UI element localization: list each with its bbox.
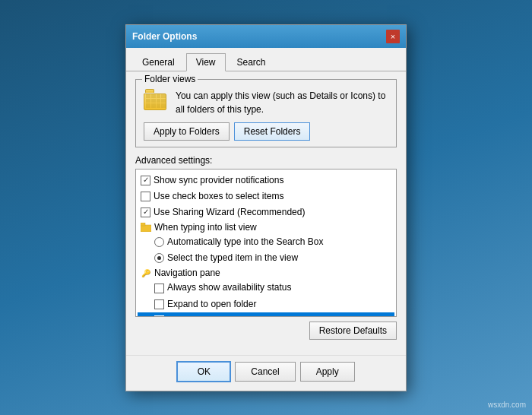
reset-folders-button[interactable]: Reset Folders (234, 122, 311, 141)
setting-item-1[interactable]: Use check boxes to select items (138, 188, 394, 204)
folder-views-label: Folder views (142, 74, 198, 84)
checkbox-9[interactable] (154, 315, 164, 317)
dialog-title: Folder Options (132, 31, 197, 42)
restore-defaults-row: Restore Defaults (135, 322, 397, 340)
setting-label-1: Use check boxes to select items (154, 189, 283, 204)
setting-item-9[interactable]: Show all folders (138, 312, 394, 317)
tab-view[interactable]: View (186, 53, 226, 71)
key-icon: 🔑 (141, 268, 151, 278)
dialog-footer: OK Cancel Apply (126, 355, 406, 391)
radio-4[interactable] (154, 237, 164, 247)
folder-options-dialog: Folder Options × General View Search Fol… (125, 24, 407, 391)
setting-label-2: Use Sharing Wizard (Recommended) (154, 205, 305, 220)
advanced-settings-label: Advanced settings: (135, 155, 397, 166)
apply-to-folders-button[interactable]: Apply to Folders (144, 122, 230, 141)
setting-label-8: Expand to open folder (167, 297, 256, 312)
setting-label-4: Automatically type into the Search Box (167, 235, 323, 249)
tab-bar: General View Search (126, 48, 406, 71)
setting-label-5: Select the typed item in the view (167, 251, 298, 265)
setting-item-8[interactable]: Expand to open folder (138, 296, 394, 312)
setting-label-0: Show sync provider notifications (154, 173, 283, 188)
folder-views-buttons: Apply to Folders Reset Folders (144, 122, 388, 141)
watermark: wsxdn.com (488, 401, 526, 409)
setting-label-9: Show all folders (167, 313, 232, 317)
setting-item-4[interactable]: Automatically type into the Search Box (138, 234, 394, 250)
cancel-button[interactable]: Cancel (235, 362, 295, 382)
checkbox-8[interactable] (154, 299, 164, 309)
dialog-body: Folder views You can apply t (126, 71, 406, 355)
checkbox-7[interactable] (154, 284, 164, 293)
svg-rect-1 (141, 223, 145, 226)
titlebar: Folder Options × (126, 25, 406, 48)
setting-item-2[interactable]: Use Sharing Wizard (Recommended) (138, 204, 394, 220)
checkbox-0[interactable] (141, 176, 150, 185)
tab-general[interactable]: General (132, 53, 185, 71)
tab-search[interactable]: Search (227, 53, 276, 71)
ok-button[interactable]: OK (177, 362, 230, 382)
setting-item-0[interactable]: Show sync provider notifications (138, 173, 394, 188)
setting-section-6: 🔑Navigation pane (138, 266, 394, 280)
folder-icon (141, 222, 151, 233)
setting-section-label-6: Navigation pane (154, 268, 220, 278)
radio-5[interactable] (154, 253, 164, 263)
setting-label-7: Always show availability status (167, 280, 291, 295)
checkbox-2[interactable] (141, 208, 150, 217)
restore-defaults-button[interactable]: Restore Defaults (309, 322, 397, 340)
folder-views-group: Folder views You can apply t (135, 79, 397, 147)
settings-list[interactable]: Show sync provider notificationsUse chec… (135, 169, 397, 317)
checkbox-1[interactable] (141, 192, 150, 201)
svg-rect-0 (141, 225, 151, 232)
folder-views-description: You can apply this view (such as Details… (176, 89, 388, 116)
close-button[interactable]: × (386, 30, 400, 43)
folder-icon (144, 89, 168, 110)
setting-item-5[interactable]: Select the typed item in the view (138, 250, 394, 266)
setting-section-3: When typing into list view (138, 220, 394, 234)
apply-button[interactable]: Apply (300, 362, 355, 382)
setting-section-label-3: When typing into list view (154, 222, 257, 233)
setting-item-7[interactable]: Always show availability status (138, 280, 394, 296)
folder-views-content: You can apply this view (such as Details… (144, 89, 388, 116)
